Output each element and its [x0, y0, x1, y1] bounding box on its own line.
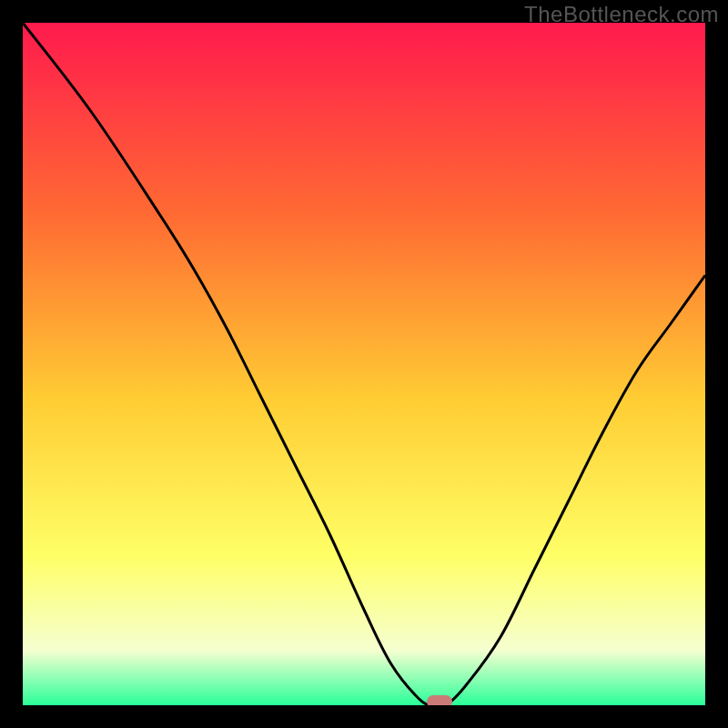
chart-frame: TheBottleneck.com	[0, 0, 728, 728]
bottleneck-curve	[23, 23, 705, 705]
optimal-marker	[427, 695, 452, 705]
watermark-text: TheBottleneck.com	[524, 2, 719, 27]
plot-area	[23, 23, 705, 705]
